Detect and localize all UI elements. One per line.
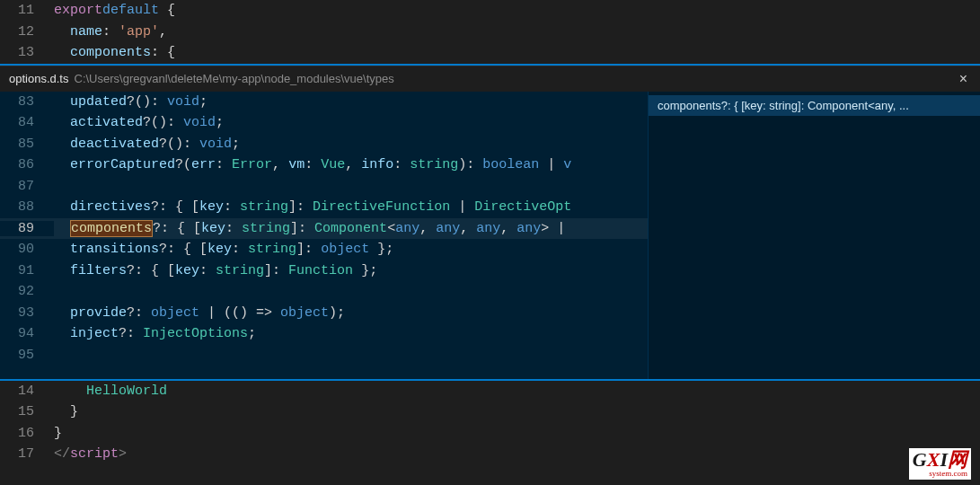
line-number: 88 [0,199,54,215]
code-line[interactable]: 93 provide?: object | (() => object); [0,303,648,324]
line-content[interactable]: components?: { [key: string]: Component<… [54,221,648,236]
line-number: 13 [0,45,54,60]
close-icon[interactable]: × [956,71,971,87]
code-line[interactable]: 95 [0,345,648,366]
line-number: 94 [0,326,54,341]
line-number: 91 [0,263,54,278]
line-content[interactable]: filters?: { [key: string]: Function }; [54,263,648,278]
code-line[interactable]: 16} [0,423,980,445]
line-content[interactable]: transitions?: { [key: string]: object }; [54,242,648,257]
peek-filepath: C:\Users\gregvanl\deleteMe\my-app\node_m… [75,72,394,85]
peek-code-editor[interactable]: 83 updated?(): void;84 activated?(): voi… [0,92,648,379]
code-line[interactable]: 87 [0,176,648,198]
line-content[interactable]: inject?: InjectOptions; [54,326,648,341]
line-content[interactable]: } [54,426,980,441]
line-number: 83 [0,94,54,110]
line-number: 84 [0,115,54,130]
line-number: 11 [0,3,54,18]
watermark-logo: GXI网 system.com [909,448,971,480]
reference-item[interactable]: components?: { [key: string]: Component<… [649,95,980,116]
line-number: 12 [0,24,54,40]
code-line[interactable]: 85 deactivated?(): void; [0,134,648,155]
line-number: 15 [0,404,54,419]
peek-body: 83 updated?(): void;84 activated?(): voi… [0,92,980,379]
code-line[interactable]: 89 components?: { [key: string]: Compone… [0,218,648,240]
code-line[interactable]: 84 activated?(): void; [0,112,648,134]
line-content[interactable]: name: 'app', [54,24,980,40]
code-line[interactable]: 94 inject?: InjectOptions; [0,323,648,345]
line-number: 14 [0,384,54,399]
main-editor-top[interactable]: 11exportdefault {12 name: 'app',13 compo… [0,0,980,64]
line-content[interactable]: } [54,404,980,419]
line-number: 92 [0,284,54,299]
code-line[interactable]: 12 name: 'app', [0,22,980,43]
main-editor-bottom[interactable]: 14 HelloWorld15 }16}17</script> [0,381,980,465]
line-content[interactable]: errorCaptured?(err: Error, vm: Vue, info… [54,157,648,172]
line-content[interactable]: provide?: object | (() => object); [54,305,648,321]
code-line[interactable]: 88 directives?: { [key: string]: Directi… [0,197,648,218]
code-line[interactable]: 86 errorCaptured?(err: Error, vm: Vue, i… [0,154,648,176]
peek-header: options.d.ts C:\Users\gregvanl\deleteMe\… [0,66,980,92]
line-number: 17 [0,446,54,462]
code-line[interactable]: 14 HelloWorld [0,381,980,402]
line-number: 16 [0,426,54,441]
peek-reference-list[interactable]: components?: { [key: string]: Component<… [648,92,980,379]
line-number: 95 [0,348,54,363]
line-content[interactable]: deactivated?(): void; [54,137,648,152]
line-content[interactable]: HelloWorld [54,384,980,399]
line-number: 85 [0,137,54,152]
line-content[interactable]: updated?(): void; [54,94,648,110]
line-content[interactable]: activated?(): void; [54,115,648,130]
line-number: 86 [0,157,54,172]
line-content[interactable]: components: { [54,45,980,60]
peek-filename: options.d.ts [9,72,69,85]
code-line[interactable]: 90 transitions?: { [key: string]: object… [0,239,648,260]
line-content[interactable]: </script> [54,446,980,462]
line-number: 90 [0,242,54,257]
line-content[interactable]: exportdefault { [54,3,980,18]
line-number: 93 [0,305,54,321]
peek-definition-view: options.d.ts C:\Users\gregvanl\deleteMe\… [0,64,980,381]
code-line[interactable]: 91 filters?: { [key: string]: Function }… [0,260,648,282]
line-number: 87 [0,179,54,194]
code-line[interactable]: 13 components: { [0,42,980,64]
code-line[interactable]: 11exportdefault { [0,0,980,22]
code-line[interactable]: 83 updated?(): void; [0,92,648,113]
code-line[interactable]: 17</script> [0,444,980,465]
line-number: 89 [0,221,54,236]
code-line[interactable]: 15 } [0,401,980,423]
line-content[interactable]: directives?: { [key: string]: DirectiveF… [54,199,648,215]
code-line[interactable]: 92 [0,281,648,303]
